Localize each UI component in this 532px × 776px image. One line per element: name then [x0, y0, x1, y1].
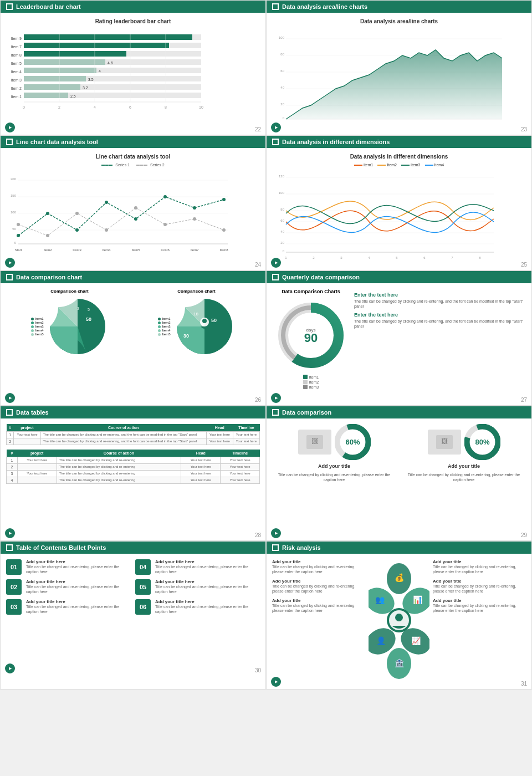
toc-title-06: Add your title here [155, 599, 260, 604]
t2-r4-timeline: Your text here [221, 477, 260, 484]
svg-text:0: 0 [14, 241, 17, 244]
legend-series1: Series 1 [101, 163, 130, 167]
svg-text:Item8: Item8 [219, 248, 228, 252]
quarterly-entry1-desc: The title can be changed by clicking and… [354, 299, 526, 309]
panel10-checkbox-icon [272, 544, 279, 551]
pie1-svg: 50 30 18 12 5 [47, 296, 108, 357]
pie2-svg: 50 30 18 [174, 296, 235, 357]
table1-col-head: Head [206, 424, 233, 432]
panel4-header: Data analysis in different dimensions [267, 136, 531, 148]
panel-leaderboard: Leaderboard bar chart Rating leaderboard… [0, 0, 266, 135]
risk-left-title1: Add your title [272, 559, 365, 564]
panel3-number: 24 [255, 262, 261, 268]
panel5-number: 26 [255, 397, 261, 403]
panel10-body: Add your title Title can be changed by c… [267, 554, 531, 689]
t2-r3-num: 3 [7, 471, 18, 477]
panel-line-chart: Line chart data analysis tool Line chart… [0, 135, 266, 270]
panel4-body: Data analysis in different dimensions It… [267, 148, 531, 270]
risk-content: Add your title Title can be changed by c… [272, 559, 526, 683]
svg-text:Item4: Item4 [102, 248, 111, 252]
risk-left-desc1: Title can be changed by clicking and re-… [272, 564, 365, 574]
risk-left-col: Add your title Title can be changed by c… [272, 559, 365, 683]
pie1-legend: Item1 Item2 Item3 Item4 Item5 [31, 316, 43, 336]
svg-text:2: 2 [58, 105, 60, 109]
t2-r4-num: 4 [7, 477, 18, 484]
risk-right-item1: Add your title Title can be changed by c… [433, 559, 526, 574]
comparison-item-2: 🖼 80% Add your title Title can be change… [402, 424, 526, 482]
toc-desc-03: Title can be changed and re-entering, pl… [26, 604, 131, 614]
t1-r1-num: 1 [7, 432, 14, 438]
svg-text:20: 20 [280, 241, 284, 244]
panel8-title: Data comparison [282, 409, 331, 416]
svg-text:0: 0 [283, 249, 285, 253]
t2-r1-num: 1 [7, 457, 18, 464]
table2-col-head: Head [181, 450, 221, 457]
comp1-image: 🖼 [298, 430, 331, 455]
panel3-title: Line chart data analysis tool [16, 139, 98, 145]
panel4-number: 25 [521, 262, 527, 268]
toc-title-02: Add your title here [26, 579, 131, 584]
t2-r3-course: The title can be changed by clicking and… [57, 471, 181, 477]
panel2-header: Data analysis area/line charts [267, 1, 531, 13]
panel5-body: Comparison chart Item1 Item2 Item3 Item4… [1, 283, 265, 405]
risk-left-item2: Add your title Title can be changed by c… [272, 579, 365, 594]
comp1-title: Add your title [318, 463, 350, 469]
panel3-checkbox-icon [6, 139, 13, 145]
toc-text-02: Add your title here Title can be changed… [26, 579, 131, 594]
panel4-legend: Item1 Item2 Item3 Item4 [272, 163, 526, 167]
toc-item-04: 04 Add your title here Title can be chan… [135, 559, 260, 575]
svg-text:100: 100 [11, 211, 17, 214]
svg-text:80: 80 [280, 53, 284, 56]
toc-item-02: 02 Add your title here Title can be chan… [6, 579, 131, 595]
svg-text:4: 4 [94, 105, 96, 109]
table-row: 2 The title can be changed by clicking a… [7, 464, 260, 471]
svg-text:90: 90 [304, 331, 318, 345]
svg-point-161 [395, 614, 403, 621]
panel10-logo [271, 677, 281, 687]
svg-text:150: 150 [11, 194, 17, 197]
panel-dimensions: Data analysis in different dimensions Da… [266, 135, 532, 270]
risk-right-desc3: Title can be changed by clicking and re-… [433, 603, 526, 613]
quarterly-entry2-title: Enter the text here [354, 312, 526, 318]
pie2-legend-item2: Item2 [158, 321, 170, 324]
table2-col-timeline: Timeline [221, 450, 260, 457]
risk-left-desc2: Title can be changed by clicking and re-… [272, 584, 365, 594]
panel3-legend: Series 1 Series 2 [6, 163, 260, 167]
svg-text:🖼: 🖼 [311, 437, 318, 445]
svg-text:0: 0 [283, 116, 285, 120]
panel3-logo [5, 258, 15, 268]
toc-grid: 01 Add your title here Title can be chan… [6, 559, 260, 615]
svg-text:3.5: 3.5 [88, 78, 94, 81]
svg-text:3.2: 3.2 [83, 86, 88, 90]
panel-pie-charts: Data comparison chart Comparison chart I… [0, 270, 266, 406]
pie2-legend-item4: Item4 [158, 329, 170, 332]
svg-point-85 [46, 234, 49, 237]
panel7-title: Data tables [16, 409, 49, 416]
panel5-checkbox-icon [6, 274, 13, 280]
svg-text:Cost6: Cost6 [161, 248, 170, 252]
svg-text:0: 0 [23, 105, 25, 109]
table-row: 4 The title can be changed by clicking a… [7, 477, 260, 484]
toc-num-03: 03 [6, 599, 22, 615]
toc-num-02: 02 [6, 579, 22, 595]
svg-text:50: 50 [12, 227, 16, 231]
panel8-body: 🖼 60% Add your title Title can be change… [267, 418, 531, 540]
svg-text:Item 2: Item 2 [11, 86, 22, 90]
panel8-checkbox-icon [272, 409, 279, 416]
svg-text:18: 18 [193, 312, 198, 316]
panel2-checkbox-icon [272, 3, 279, 10]
t2-r1-head: Your text here [181, 457, 221, 464]
panel10-header: Risk analysis [267, 542, 531, 554]
panel1-title: Leaderboard bar chart [16, 3, 81, 10]
toc-desc-04: Title can be changed and re-entering, pl… [155, 564, 260, 574]
main-grid: Leaderboard bar chart Rating leaderboard… [0, 0, 532, 690]
panel9-body: 01 Add your title here Title can be chan… [1, 554, 265, 676]
toc-item-03: 03 Add your title here Title can be chan… [6, 599, 131, 615]
risk-right-item2: Add your title Title can be changed by c… [433, 579, 526, 594]
panel-toc: Table of Contents Bullet Points 01 Add y… [0, 541, 266, 690]
panel4-logo [271, 258, 281, 268]
svg-point-131 [202, 319, 207, 323]
panel5-logo [5, 393, 15, 403]
dim-item2: Item2 [377, 163, 397, 167]
panel1-logo [5, 122, 15, 132]
